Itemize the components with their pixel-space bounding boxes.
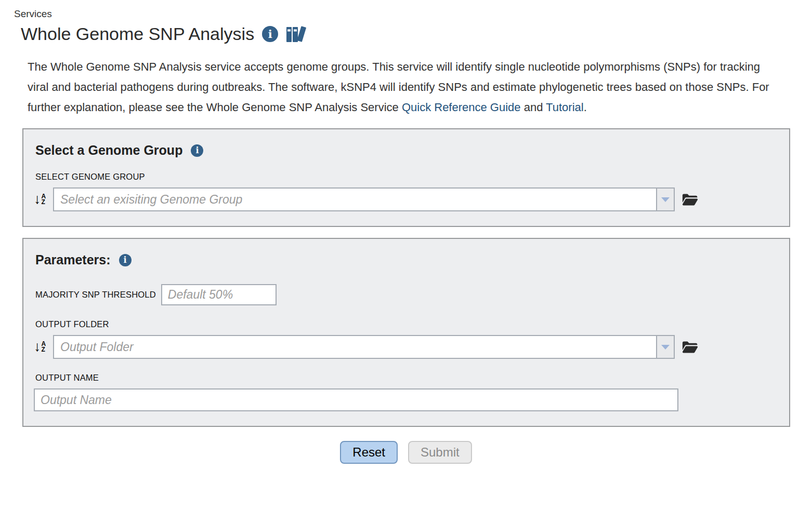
sort-arrow: ↓ — [34, 340, 41, 354]
description-text: and — [521, 101, 546, 114]
folder-open-icon[interactable] — [682, 340, 698, 354]
genome-group-combobox — [53, 187, 675, 211]
caret-down-icon — [661, 345, 670, 350]
output-name-label: OUTPUT NAME — [35, 373, 778, 383]
info-icon[interactable]: i — [191, 144, 203, 157]
tutorial-link[interactable]: Tutorial — [546, 101, 584, 114]
caret-down-icon — [661, 197, 670, 202]
majority-snp-threshold-label: MAJORITY SNP THRESHOLD — [35, 290, 156, 300]
sort-letter-z: Z — [42, 199, 46, 205]
info-icon[interactable]: i — [119, 254, 132, 266]
parameters-panel: Parameters: i MAJORITY SNP THRESHOLD OUT… — [22, 238, 790, 427]
genome-group-input[interactable] — [54, 189, 656, 210]
output-folder-input[interactable] — [54, 336, 656, 358]
sort-letter-z: Z — [42, 347, 46, 353]
service-description: The Whole Genome SNP Analysis service ac… — [28, 57, 780, 117]
page-title: Whole Genome SNP Analysis — [21, 24, 254, 44]
submit-button[interactable]: Submit — [408, 441, 472, 464]
quick-reference-guide-link[interactable]: Quick Reference Guide — [402, 101, 521, 114]
output-folder-label: OUTPUT FOLDER — [35, 319, 778, 329]
genome-group-dropdown-button[interactable] — [656, 189, 674, 210]
genome-group-panel: Select a Genome Group i SELECT GENOME GR… — [22, 128, 790, 227]
description-text: . — [584, 101, 587, 114]
folder-open-icon[interactable] — [682, 193, 698, 206]
title-row: Whole Genome SNP Analysis i — [21, 24, 812, 44]
breadcrumb[interactable]: Services — [14, 8, 812, 20]
sort-alpha-down-icon: ↓ A Z — [34, 341, 48, 354]
output-name-input[interactable] — [34, 388, 678, 411]
description-text: The Whole Genome SNP Analysis service ac… — [28, 60, 769, 114]
form-actions: Reset Submit — [0, 441, 812, 464]
sort-arrow: ↓ — [34, 192, 41, 206]
output-folder-combobox — [53, 335, 675, 359]
majority-snp-threshold-input[interactable] — [161, 284, 277, 305]
reset-button[interactable]: Reset — [340, 441, 398, 464]
sort-alpha-down-icon: ↓ A Z — [34, 193, 48, 206]
select-genome-group-label: SELECT GENOME GROUP — [35, 172, 778, 182]
genome-group-heading: Select a Genome Group — [35, 143, 182, 158]
books-icon[interactable] — [286, 25, 308, 43]
info-icon[interactable]: i — [262, 26, 278, 42]
parameters-heading: Parameters: — [35, 252, 111, 267]
output-folder-dropdown-button[interactable] — [656, 336, 674, 358]
